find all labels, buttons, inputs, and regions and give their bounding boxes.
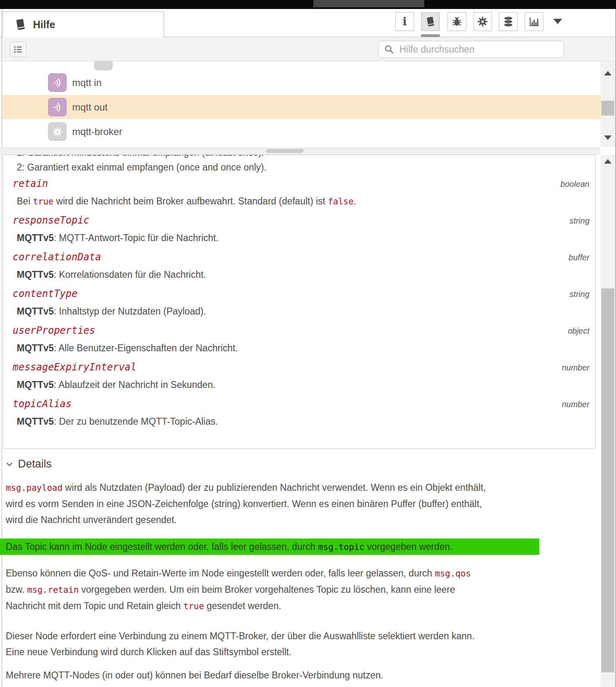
property-name: retain [13, 178, 48, 189]
top-window-bar [0, 0, 616, 9]
node-properties-panel: 1: Garantiert mindestens einmal empfange… [3, 155, 596, 449]
details-paragraph-highlighted: Das Topic kann im Node eingestellt werde… [0, 539, 539, 555]
details-paragraph: Mehrere MQTT-Nodes (in oder out) können … [0, 667, 383, 683]
search-box[interactable] [379, 41, 564, 58]
property-type: number [562, 363, 589, 372]
hscrollbar-thumb[interactable] [266, 149, 304, 153]
node-list-scrollbar [600, 61, 615, 147]
info-icon: i [403, 16, 407, 27]
toc-button[interactable] [10, 42, 26, 57]
list-icon [13, 44, 23, 54]
details-paragraph: msg.payload wird als Nutzdaten (Payload)… [0, 480, 486, 528]
details-paragraph: Dieser Node erfordert eine Verbindung zu… [0, 628, 474, 660]
config-tab-button[interactable] [473, 12, 492, 31]
details-section-header[interactable]: Details [5, 458, 52, 470]
scrollbar-thumb[interactable] [601, 101, 614, 115]
help-content-scrollbar [600, 155, 615, 687]
help-tab-button[interactable] [421, 12, 440, 31]
search-icon [384, 44, 394, 55]
tab-title: Hilfe [33, 19, 55, 31]
details-heading: Details [18, 458, 52, 470]
tab-help[interactable]: Hilfe [2, 11, 164, 37]
property-type: boolean [561, 180, 589, 189]
gear-icon [477, 16, 488, 27]
info-tab-button[interactable]: i [395, 12, 414, 31]
property-type: buffer [569, 253, 589, 262]
property-name: messageExpiryInterval [13, 361, 136, 373]
chevron-down-icon [5, 460, 14, 469]
scroll-down-arrow[interactable] [604, 135, 612, 140]
property-type: string [569, 216, 589, 226]
property-description: MQTTv5: Alle Benutzer-Eigenschaften der … [17, 343, 238, 354]
list-item-mqtt-in[interactable]: mqtt in [2, 71, 600, 95]
bug-icon [451, 16, 463, 27]
property-type: string [569, 290, 589, 299]
scroll-up-arrow[interactable] [604, 159, 612, 164]
property-description: MQTTv5: MQTT-Antwort-Topic für die Nachr… [17, 233, 219, 244]
chart-icon [528, 16, 540, 27]
property-description: MQTTv5: Korrelationsdaten für die Nachri… [17, 269, 206, 280]
debug-tab-button[interactable] [448, 12, 466, 31]
property-type: number [562, 400, 589, 409]
node-label: mqtt out [72, 102, 108, 113]
mqtt-signal-icon [48, 73, 66, 92]
sidebar-tabbar: Hilfe i [0, 9, 616, 37]
node-label: mqtt-broker [72, 126, 122, 137]
chart-tab-button[interactable] [525, 12, 543, 31]
property-description: Bei true wird die Nachricht beim Broker … [17, 196, 356, 207]
property-type: object [568, 326, 589, 336]
node-icon-partial [94, 61, 113, 70]
search-input[interactable] [399, 44, 555, 55]
property-description: MQTTv5: Der zu benutzende MQTT-Topic-Ali… [17, 416, 218, 427]
node-label: mqtt in [72, 77, 102, 89]
property-description: MQTTv5: Inhaltstyp der Nutzdaten (Payloa… [17, 306, 206, 317]
horizontal-scrollbar [0, 147, 600, 155]
list-item-mqtt-out[interactable]: mqtt out [2, 95, 600, 119]
scroll-up-arrow[interactable] [604, 71, 612, 75]
qos-option-line: 1: Garantiert mindestens einmal empfange… [17, 155, 264, 157]
gear-icon [48, 122, 66, 141]
context-tab-button[interactable] [499, 12, 518, 31]
book-icon [425, 16, 436, 27]
top-window-bar-segment [313, 0, 424, 7]
property-name: contentType [13, 288, 78, 299]
database-icon [503, 16, 514, 27]
property-name: userProperties [13, 325, 95, 336]
qos-option-line: 2: Garantiert exakt einmal empfangen (on… [17, 162, 266, 172]
help-toolbar [0, 37, 616, 61]
node-red-help-sidebar: Hilfe i [0, 0, 616, 687]
sidebar-menu-caret[interactable] [553, 19, 562, 24]
property-name: correlationData [13, 251, 101, 263]
scrollbar-thumb[interactable] [601, 288, 614, 672]
book-icon [14, 18, 27, 31]
list-item-mqtt-broker[interactable]: mqtt-broker [2, 120, 600, 144]
property-name: responseTopic [13, 215, 89, 226]
details-paragraph: Ebenso können die QoS- und Retain-Werte … [0, 565, 471, 614]
help-node-list: mqtt in mqtt out mqtt-broker [2, 61, 600, 147]
mqtt-signal-icon [48, 98, 66, 116]
property-description: MQTTv5: Ablaufzeit der Nachricht in Seku… [17, 379, 215, 390]
property-name: topicAlias [13, 398, 72, 410]
